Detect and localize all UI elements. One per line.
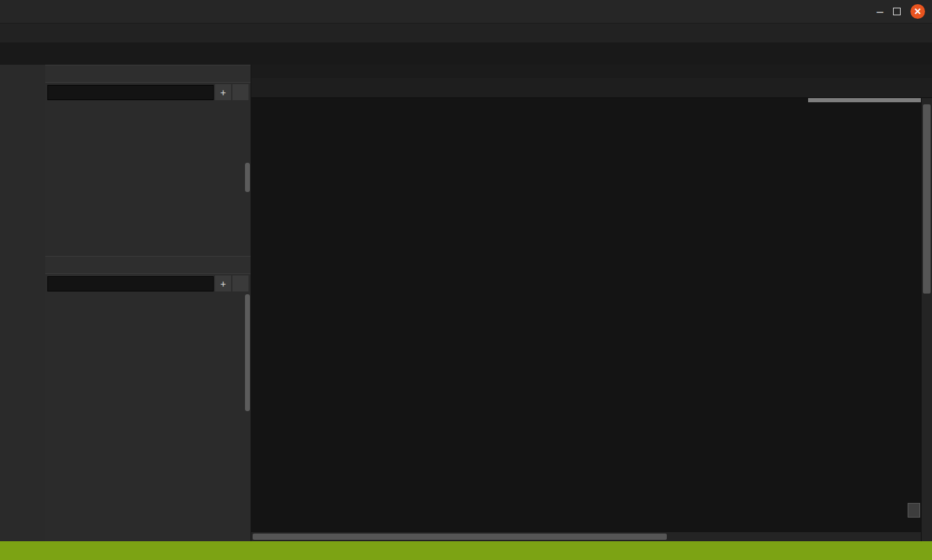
titlebar: – ✕ <box>0 0 932 24</box>
icon-rail <box>0 65 45 541</box>
tables-search-input[interactable] <box>47 276 214 291</box>
grid-vscroll-thumb[interactable] <box>923 104 931 294</box>
connections-scrollbar[interactable] <box>245 163 250 192</box>
tabs-bar <box>251 78 932 98</box>
left-panel: + + <box>45 65 251 541</box>
maximize-button[interactable] <box>893 8 901 15</box>
tab-groups-bar <box>251 65 932 78</box>
minimize-button[interactable]: – <box>877 8 883 15</box>
add-table-icon-button[interactable]: + <box>215 275 231 291</box>
grid-vertical-scrollbar[interactable] <box>921 98 932 541</box>
tables-search-row: + <box>45 274 251 293</box>
connections-list <box>45 102 251 256</box>
menubar <box>0 24 932 42</box>
tables-refresh-button[interactable] <box>232 275 248 291</box>
dbgate-window: – ✕ + + <box>0 0 932 560</box>
statusbar <box>0 541 932 560</box>
content-area <box>251 65 932 541</box>
close-button[interactable]: ✕ <box>910 4 925 19</box>
tables-list <box>45 293 251 541</box>
connections-refresh-button[interactable] <box>232 84 248 100</box>
tables-panel-title <box>45 256 251 274</box>
window-controls: – ✕ <box>877 4 932 19</box>
connections-search-row: + <box>45 83 251 102</box>
toolbar <box>0 42 932 65</box>
add-connection-icon-button[interactable]: + <box>215 84 231 100</box>
connections-panel-title <box>45 65 251 83</box>
grid-horizontal-scrollbar[interactable] <box>251 532 921 541</box>
connections-search-input[interactable] <box>47 85 214 100</box>
main-area: + + <box>0 65 932 541</box>
grid-top-scrollbar[interactable] <box>808 98 921 102</box>
tables-scrollbar[interactable] <box>245 294 250 411</box>
grid-hscroll-thumb[interactable] <box>253 534 667 540</box>
selection-summary <box>908 503 920 518</box>
data-grid <box>251 98 932 541</box>
